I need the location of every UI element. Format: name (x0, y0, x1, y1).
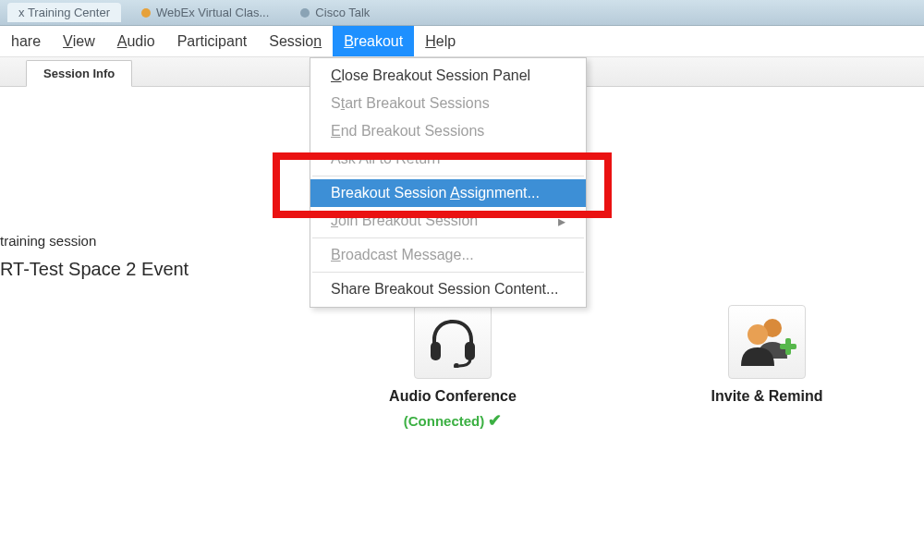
dd-separator (312, 237, 584, 238)
favicon-icon (141, 8, 151, 18)
svg-rect-1 (465, 342, 475, 360)
menu-breakout[interactable]: Breakout (333, 26, 414, 56)
dd-share-content[interactable]: Share Breakout Session Content... (310, 275, 586, 303)
dd-start-sessions: Start Breakout Sessions (310, 90, 586, 117)
headset-icon (414, 305, 492, 379)
invite-remind-card[interactable]: Invite & Remind (684, 305, 850, 405)
dd-separator (312, 176, 584, 177)
svg-rect-0 (431, 342, 441, 360)
favicon-icon (300, 8, 310, 18)
audio-conference-title: Audio Conference (370, 388, 536, 405)
checkmark-icon: ✔ (488, 410, 502, 431)
browser-tab-strip: x Training Center WebEx Virtual Clas... … (0, 0, 924, 26)
tab-session-info[interactable]: Session Info (26, 60, 132, 87)
svg-point-2 (454, 363, 459, 368)
tab-label: Cisco Talk (315, 6, 370, 19)
session-type-label: training session (0, 233, 96, 249)
dd-close-panel[interactable]: Close Breakout Session Panel (310, 62, 586, 90)
menu-help[interactable]: Help (414, 26, 467, 56)
browser-tab-training-center[interactable]: x Training Center (7, 3, 121, 22)
dd-separator (312, 272, 584, 273)
audio-conference-card[interactable]: Audio Conference (Connected) ✔ (370, 305, 536, 431)
dd-broadcast-message: Broadcast Message... (310, 241, 586, 269)
menubar: hare View Audio Participant Session Brea… (0, 26, 924, 57)
event-title: RT-Test Space 2 Event (0, 259, 188, 280)
browser-tab-cisco-talk[interactable]: Cisco Talk (289, 3, 381, 22)
audio-conference-status: (Connected) ✔ (370, 410, 536, 431)
menu-session[interactable]: Session (258, 26, 333, 56)
dd-breakout-assignment[interactable]: Breakout Session Assignment... (310, 179, 586, 207)
browser-tab-webex-virtual[interactable]: WebEx Virtual Clas... (130, 3, 280, 22)
invite-people-icon (728, 305, 806, 379)
menu-view[interactable]: View (52, 26, 106, 56)
dd-join-session: Join Breakout Session (310, 207, 586, 235)
tab-label: WebEx Virtual Clas... (156, 6, 269, 19)
tab-label: Session Info (43, 67, 115, 80)
invite-remind-title: Invite & Remind (684, 388, 850, 405)
svg-point-4 (748, 324, 768, 345)
tab-label: x Training Center (18, 6, 110, 19)
menu-share[interactable]: hare (0, 26, 52, 56)
svg-rect-6 (785, 338, 791, 355)
breakout-dropdown: Close Breakout Session Panel Start Break… (310, 57, 587, 308)
dd-end-sessions: End Breakout Sessions (310, 117, 586, 145)
menu-participant[interactable]: Participant (166, 26, 259, 56)
dd-ask-return: Ask All to Return (310, 145, 586, 173)
menu-audio[interactable]: Audio (106, 26, 166, 56)
